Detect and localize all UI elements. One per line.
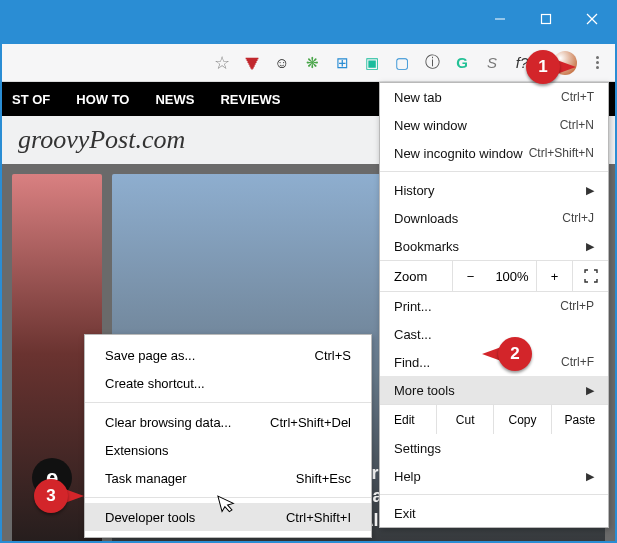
menu-item-incognito[interactable]: New incognito window Ctrl+Shift+N — [380, 139, 608, 167]
submenu-arrow-icon: ▶ — [586, 384, 594, 397]
menu-label: Clear browsing data... — [105, 415, 231, 430]
zoom-in-button[interactable]: + — [536, 261, 572, 291]
fullscreen-icon — [584, 269, 598, 283]
menu-shortcut: Ctrl+N — [560, 118, 594, 132]
menu-edit-row: Edit Cut Copy Paste — [380, 404, 608, 434]
menu-item-help[interactable]: Help ▶ — [380, 462, 608, 490]
menu-divider — [380, 171, 608, 172]
extension-icon[interactable]: S — [482, 53, 502, 73]
menu-item-print[interactable]: Print... Ctrl+P — [380, 292, 608, 320]
maximize-icon — [540, 13, 552, 25]
menu-zoom-row: Zoom − 100% + — [380, 260, 608, 292]
nav-link[interactable]: NEWS — [155, 92, 194, 107]
svg-rect-1 — [542, 15, 551, 24]
menu-shortcut: Ctrl+P — [560, 299, 594, 313]
copy-button[interactable]: Copy — [493, 405, 550, 434]
extension-icon[interactable]: ☺ — [272, 53, 292, 73]
menu-label: Bookmarks — [394, 239, 459, 254]
menu-item-settings[interactable]: Settings — [380, 434, 608, 462]
site-logo[interactable]: groovyPost.com — [18, 125, 185, 155]
menu-divider — [380, 494, 608, 495]
browser-menu-button[interactable] — [587, 56, 607, 69]
menu-shortcut: Ctrl+Shift+N — [529, 146, 594, 160]
menu-label: Find... — [394, 355, 430, 370]
window-close-button[interactable] — [569, 2, 615, 36]
menu-label: Cast... — [394, 327, 432, 342]
submenu-item-clear-data[interactable]: Clear browsing data... Ctrl+Shift+Del — [85, 408, 371, 436]
zoom-percent: 100% — [488, 261, 536, 291]
submenu-item-extensions[interactable]: Extensions — [85, 436, 371, 464]
menu-shortcut: Ctrl+T — [561, 90, 594, 104]
menu-label: New incognito window — [394, 146, 523, 161]
menu-label: More tools — [394, 383, 455, 398]
nav-link[interactable]: REVIEWS — [220, 92, 280, 107]
bookmark-star-icon[interactable]: ☆ — [212, 53, 232, 73]
extension-icon[interactable]: ▢ — [392, 53, 412, 73]
menu-label: Developer tools — [105, 510, 195, 525]
menu-shortcut: Ctrl+J — [562, 211, 594, 225]
menu-shortcut: Ctrl+Shift+Del — [270, 415, 351, 430]
fullscreen-button[interactable] — [572, 261, 608, 291]
extension-icon[interactable]: ⓘ — [422, 53, 442, 73]
callout-marker-1: 1 — [526, 50, 576, 84]
menu-item-exit[interactable]: Exit — [380, 499, 608, 527]
submenu-item-save-page[interactable]: Save page as... Ctrl+S — [85, 341, 371, 369]
window-titlebar — [2, 2, 615, 36]
menu-label: New tab — [394, 90, 442, 105]
callout-number: 1 — [526, 50, 560, 84]
menu-label: Help — [394, 469, 421, 484]
cut-button[interactable]: Cut — [436, 405, 493, 434]
menu-label: Extensions — [105, 443, 169, 458]
menu-divider — [85, 402, 371, 403]
browser-toolbar: ☆ ⯆ ☺ ❋ ⊞ ▣ ▢ ⓘ G S f? — [2, 44, 615, 82]
window-maximize-button[interactable] — [523, 2, 569, 36]
zoom-label: Zoom — [380, 261, 450, 291]
submenu-item-task-manager[interactable]: Task manager Shift+Esc — [85, 464, 371, 492]
minimize-icon — [494, 13, 506, 25]
extension-icon[interactable]: ⯆ — [242, 53, 262, 73]
menu-label: Print... — [394, 299, 432, 314]
paste-button[interactable]: Paste — [551, 405, 608, 434]
zoom-out-button[interactable]: − — [452, 261, 488, 291]
menu-label: Create shortcut... — [105, 376, 205, 391]
menu-shortcut: Ctrl+Shift+I — [286, 510, 351, 525]
submenu-arrow-icon: ▶ — [586, 470, 594, 483]
submenu-arrow-icon: ▶ — [586, 240, 594, 253]
extension-icon[interactable]: G — [452, 53, 472, 73]
menu-shortcut: Shift+Esc — [296, 471, 351, 486]
extension-icon[interactable]: ⊞ — [332, 53, 352, 73]
menu-label: Save page as... — [105, 348, 195, 363]
menu-item-bookmarks[interactable]: Bookmarks ▶ — [380, 232, 608, 260]
extension-icon[interactable]: ▣ — [362, 53, 382, 73]
nav-link[interactable]: HOW TO — [76, 92, 129, 107]
tab-strip — [2, 36, 615, 44]
menu-label: History — [394, 183, 434, 198]
close-icon — [586, 13, 598, 25]
browser-menu: New tab Ctrl+T New window Ctrl+N New inc… — [379, 82, 609, 528]
menu-label: New window — [394, 118, 467, 133]
menu-item-new-window[interactable]: New window Ctrl+N — [380, 111, 608, 139]
menu-item-more-tools[interactable]: More tools ▶ — [380, 376, 608, 404]
menu-item-downloads[interactable]: Downloads Ctrl+J — [380, 204, 608, 232]
extension-icon[interactable]: ❋ — [302, 53, 322, 73]
window-minimize-button[interactable] — [477, 2, 523, 36]
menu-label: Downloads — [394, 211, 458, 226]
menu-label: Exit — [394, 506, 416, 521]
menu-label: Settings — [394, 441, 441, 456]
callout-marker-3: 3 — [34, 479, 84, 513]
submenu-item-create-shortcut[interactable]: Create shortcut... — [85, 369, 371, 397]
edit-label: Edit — [380, 405, 436, 434]
callout-marker-2: 2 — [482, 337, 532, 371]
menu-item-new-tab[interactable]: New tab Ctrl+T — [380, 83, 608, 111]
submenu-arrow-icon: ▶ — [586, 184, 594, 197]
menu-item-history[interactable]: History ▶ — [380, 176, 608, 204]
callout-number: 3 — [34, 479, 68, 513]
menu-shortcut: Ctrl+F — [561, 355, 594, 369]
callout-number: 2 — [498, 337, 532, 371]
menu-shortcut: Ctrl+S — [315, 348, 351, 363]
nav-link[interactable]: ST OF — [12, 92, 50, 107]
menu-label: Task manager — [105, 471, 187, 486]
